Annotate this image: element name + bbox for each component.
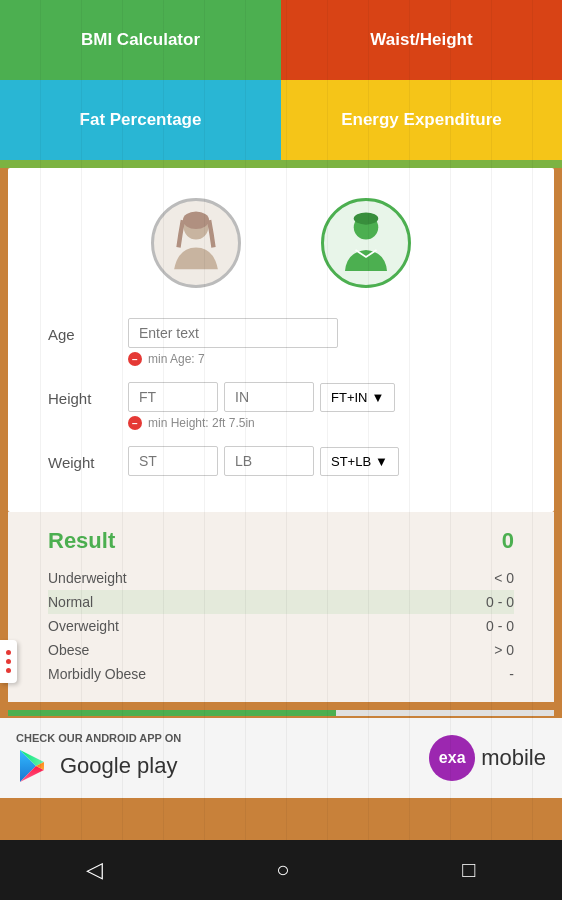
google-play-text: Google play	[60, 753, 177, 779]
home-button[interactable]: ○	[276, 857, 289, 883]
result-title: Result	[48, 528, 115, 554]
result-header: Result 0	[48, 528, 514, 554]
svg-point-3	[354, 212, 379, 224]
age-row: Age − min Age: 7	[48, 318, 514, 366]
result-row-obese: Obese > 0	[48, 638, 514, 662]
result-row-underweight: Underweight < 0	[48, 566, 514, 590]
mobile-text: mobile	[481, 745, 546, 771]
weight-st-input[interactable]	[128, 446, 218, 476]
waist-height-button[interactable]: Waist/Height	[281, 0, 562, 80]
overweight-range: 0 - 0	[486, 618, 514, 634]
age-error-icon: −	[128, 352, 142, 366]
underweight-range: < 0	[494, 570, 514, 586]
weight-input-group: ST+LB ▼	[128, 446, 514, 476]
fat-label: Fat Percentage	[80, 110, 202, 130]
progress-bar-container	[8, 710, 554, 716]
chevron-down-icon-weight: ▼	[375, 454, 388, 469]
result-row-morbidly-obese: Morbidly Obese -	[48, 662, 514, 686]
result-row-overweight: Overweight 0 - 0	[48, 614, 514, 638]
dot-3	[6, 668, 11, 673]
energy-label: Energy Expenditure	[341, 110, 502, 130]
side-menu[interactable]	[0, 640, 17, 683]
age-error-text: min Age: 7	[148, 352, 205, 366]
main-content: Age − min Age: 7 Height FT+IN ▼	[8, 168, 554, 512]
morbidly-obese-range: -	[509, 666, 514, 682]
ad-banner[interactable]: CHECK OUR ANDROID APP ON	[0, 718, 562, 798]
recents-button[interactable]: □	[462, 857, 475, 883]
separator-bar	[0, 160, 562, 168]
ad-title: CHECK OUR ANDROID APP ON	[16, 732, 429, 744]
form-section: Age − min Age: 7 Height FT+IN ▼	[38, 318, 524, 476]
height-unit-label: FT+IN	[331, 390, 367, 405]
result-value: 0	[502, 528, 514, 554]
avatar-row	[38, 188, 524, 288]
progress-bar-fill	[8, 710, 336, 716]
female-avatar[interactable]	[151, 198, 241, 288]
age-error-row: − min Age: 7	[128, 352, 514, 366]
height-error-row: − min Height: 2ft 7.5in	[128, 416, 514, 430]
weight-inputs: ST+LB ▼	[128, 446, 514, 476]
svg-point-2	[354, 215, 379, 240]
age-input[interactable]	[128, 318, 338, 348]
dot-1	[6, 650, 11, 655]
height-ft-input[interactable]	[128, 382, 218, 412]
weight-unit-dropdown[interactable]: ST+LB ▼	[320, 447, 399, 476]
height-error-text: min Height: 2ft 7.5in	[148, 416, 255, 430]
result-table: Underweight < 0 Normal 0 - 0 Overweight …	[48, 566, 514, 686]
height-in-input[interactable]	[224, 382, 314, 412]
normal-range: 0 - 0	[486, 594, 514, 610]
svg-point-0	[184, 215, 209, 240]
bottom-nav: ◁ ○ □	[0, 840, 562, 900]
back-button[interactable]: ◁	[86, 857, 103, 883]
ad-text-section: CHECK OUR ANDROID APP ON	[16, 732, 429, 784]
height-unit-dropdown[interactable]: FT+IN ▼	[320, 383, 395, 412]
ad-logo-section: exa mobile	[429, 735, 546, 781]
overweight-label: Overweight	[48, 618, 119, 634]
google-play-icon	[16, 748, 52, 784]
dot-2	[6, 659, 11, 664]
waist-label: Waist/Height	[370, 30, 472, 50]
morbidly-obese-label: Morbidly Obese	[48, 666, 146, 682]
bmi-label: BMI Calculator	[81, 30, 200, 50]
obese-range: > 0	[494, 642, 514, 658]
chevron-down-icon: ▼	[371, 390, 384, 405]
energy-expenditure-button[interactable]: Energy Expenditure	[281, 80, 562, 160]
fat-percentage-button[interactable]: Fat Percentage	[0, 80, 281, 160]
height-error-icon: −	[128, 416, 142, 430]
weight-unit-label: ST+LB	[331, 454, 371, 469]
bmi-calculator-button[interactable]: BMI Calculator	[0, 0, 281, 80]
google-play-logo: Google play	[16, 748, 429, 784]
result-section: Result 0 Underweight < 0 Normal 0 - 0 Ov…	[8, 512, 554, 702]
height-label: Height	[48, 382, 128, 407]
weight-label: Weight	[48, 446, 128, 471]
exa-logo: exa	[429, 735, 475, 781]
height-row: Height FT+IN ▼ − min Height: 2ft 7.5in	[48, 382, 514, 430]
age-inputs: − min Age: 7	[128, 318, 514, 366]
male-avatar[interactable]	[321, 198, 411, 288]
age-label: Age	[48, 318, 128, 343]
height-inputs: FT+IN ▼ − min Height: 2ft 7.5in	[128, 382, 514, 430]
weight-row: Weight ST+LB ▼	[48, 446, 514, 476]
normal-label: Normal	[48, 594, 93, 610]
obese-label: Obese	[48, 642, 89, 658]
height-input-group: FT+IN ▼	[128, 382, 514, 412]
svg-point-1	[183, 212, 209, 230]
result-row-normal: Normal 0 - 0	[48, 590, 514, 614]
weight-lb-input[interactable]	[224, 446, 314, 476]
underweight-label: Underweight	[48, 570, 127, 586]
